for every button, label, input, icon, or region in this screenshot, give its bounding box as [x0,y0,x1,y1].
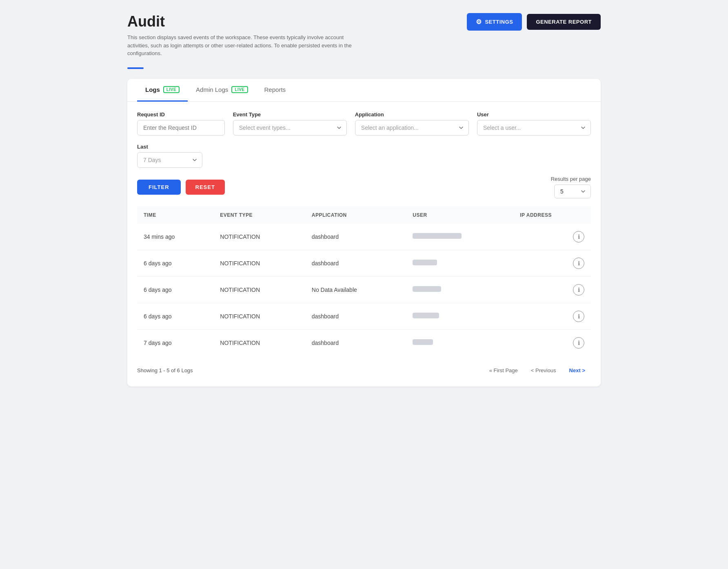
cell-event-type: NOTIFICATION [213,250,305,276]
table-header-row: TIME EVENT TYPE APPLICATION USER IP ADDR… [137,207,591,224]
col-event-type: EVENT TYPE [213,207,305,224]
filters-section: Request ID Event Type Select event types… [127,102,601,168]
last-select[interactable]: 1 Day 3 Days 7 Days 30 Days 90 Days [137,152,202,168]
gear-icon: ⚙ [476,18,482,26]
page-header: Audit This section displays saved events… [127,13,601,58]
user-placeholder [413,286,441,292]
table-row: 7 days ago NOTIFICATION dashboard ℹ [137,329,591,356]
table-row: 34 mins ago NOTIFICATION dashboard ℹ [137,224,591,250]
results-per-page-label: Results per page [551,176,591,182]
user-label: User [477,111,591,118]
header-left: Audit This section displays saved events… [127,13,364,58]
tabs-container: Logs LIVE Admin Logs LIVE Reports [127,79,601,102]
cell-ip: ℹ [513,303,591,329]
action-row: FILTER RESET Results per page 5 10 25 50 [127,176,601,207]
blue-accent-divider [127,67,144,69]
cell-ip: ℹ [513,224,591,250]
last-label: Last [137,144,591,150]
info-icon[interactable]: ℹ [573,284,584,296]
cell-event-type: NOTIFICATION [213,276,305,303]
cell-time: 34 mins ago [137,224,213,250]
tab-reports[interactable]: Reports [256,79,294,102]
previous-button[interactable]: < Previous [525,364,562,377]
cell-event-type: NOTIFICATION [213,224,305,250]
action-buttons: FILTER RESET [137,180,225,195]
tab-admin-logs[interactable]: Admin Logs LIVE [188,79,256,102]
event-type-select-wrapper: Select event types... [233,120,347,136]
table-row: 6 days ago NOTIFICATION dashboard ℹ [137,303,591,329]
request-id-group: Request ID [137,111,225,136]
application-select-wrapper: Select an application... [355,120,469,136]
request-id-input[interactable] [137,120,225,136]
cell-time: 7 days ago [137,329,213,356]
cell-event-type: NOTIFICATION [213,329,305,356]
header-buttons: ⚙ SETTINGS GENERATE REPORT [467,13,601,31]
user-placeholder [413,260,437,265]
cell-time: 6 days ago [137,303,213,329]
cell-event-type: NOTIFICATION [213,303,305,329]
info-icon[interactable]: ℹ [573,231,584,242]
filter-button[interactable]: FILTER [137,180,181,195]
logs-live-badge: LIVE [163,86,180,93]
info-icon[interactable]: ℹ [573,337,584,349]
event-type-label: Event Type [233,111,347,118]
cell-ip: ℹ [513,276,591,303]
cell-application: dashboard [305,224,406,250]
table-footer: Showing 1 - 5 of 6 Logs « First Page < P… [127,356,601,377]
first-page-button[interactable]: « First Page [484,364,524,377]
cell-user [406,276,513,303]
results-select-wrapper: 5 10 25 50 [554,184,591,198]
cell-time: 6 days ago [137,276,213,303]
next-button[interactable]: Next > [564,364,591,377]
results-per-page-group: Results per page 5 10 25 50 [551,176,591,198]
cell-user [406,224,513,250]
application-label: Application [355,111,469,118]
cell-ip: ℹ [513,329,591,356]
last-group: Last 1 Day 3 Days 7 Days 30 Days 90 Days [137,144,591,168]
reset-button[interactable]: RESET [186,180,225,195]
table-row: 6 days ago NOTIFICATION No Data Availabl… [137,276,591,303]
application-group: Application Select an application... [355,111,469,136]
user-select-wrapper: Select a user... [477,120,591,136]
generate-report-button[interactable]: GENERATE REPORT [527,14,601,30]
settings-button[interactable]: ⚙ SETTINGS [467,13,522,31]
table-row: 6 days ago NOTIFICATION dashboard ℹ [137,250,591,276]
cell-application: No Data Available [305,276,406,303]
tab-logs[interactable]: Logs LIVE [137,79,188,102]
user-placeholder [413,313,439,318]
cell-time: 6 days ago [137,250,213,276]
application-select[interactable]: Select an application... [355,120,469,136]
cell-application: dashboard [305,329,406,356]
request-id-label: Request ID [137,111,225,118]
col-user: USER [406,207,513,224]
filter-row-2: Last 1 Day 3 Days 7 Days 30 Days 90 Days [137,144,591,168]
filter-row-1: Request ID Event Type Select event types… [137,111,591,136]
page-title: Audit [127,13,364,30]
user-select[interactable]: Select a user... [477,120,591,136]
results-per-page-select[interactable]: 5 10 25 50 [554,184,591,198]
cell-user [406,329,513,356]
cell-user [406,303,513,329]
col-ip-address: IP ADDRESS [513,207,591,224]
user-placeholder [413,339,433,345]
audit-table: TIME EVENT TYPE APPLICATION USER IP ADDR… [137,207,591,356]
col-time: TIME [137,207,213,224]
main-card: Logs LIVE Admin Logs LIVE Reports Reques… [127,79,601,387]
table-section: TIME EVENT TYPE APPLICATION USER IP ADDR… [127,207,601,356]
event-type-group: Event Type Select event types... [233,111,347,136]
info-icon[interactable]: ℹ [573,258,584,269]
user-group: User Select a user... [477,111,591,136]
cell-ip: ℹ [513,250,591,276]
cell-user [406,250,513,276]
showing-text: Showing 1 - 5 of 6 Logs [137,367,193,373]
user-placeholder [413,233,462,239]
pagination: « First Page < Previous Next > [484,364,591,377]
event-type-select[interactable]: Select event types... [233,120,347,136]
page-description: This section displays saved events of th… [127,33,364,58]
cell-application: dashboard [305,303,406,329]
col-application: APPLICATION [305,207,406,224]
last-select-wrapper: 1 Day 3 Days 7 Days 30 Days 90 Days [137,152,202,168]
cell-application: dashboard [305,250,406,276]
admin-logs-live-badge: LIVE [231,86,248,93]
info-icon[interactable]: ℹ [573,311,584,322]
